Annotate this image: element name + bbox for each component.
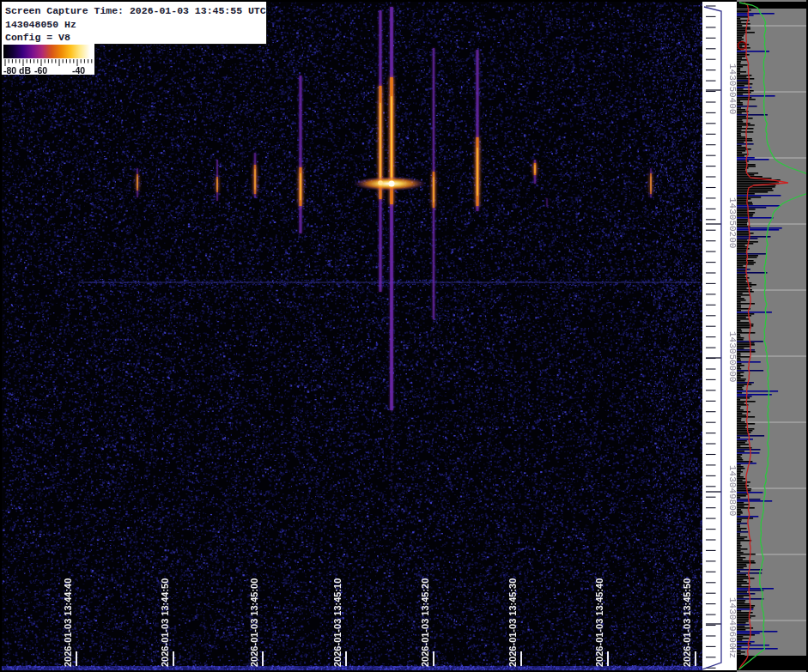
spectrum-panel (737, 0, 806, 672)
colorbar-label-min: -80 dB (3, 65, 31, 76)
colorbar-labels: -80 dB -60 -40 (2, 65, 94, 75)
spectrogram-waterfall (2, 2, 702, 670)
capture-info-panel: Screen Capture Time: 2026-01-03 13:45:55… (2, 2, 267, 45)
capture-time-text: Screen Capture Time: 2026-01-03 13:45:55… (5, 4, 266, 18)
meteor-spectrogram-app: Screen Capture Time: 2026-01-03 13:45:55… (0, 0, 808, 672)
colorbar-label-mid: -60 (34, 65, 47, 76)
colorbar-label-max: -40 (72, 65, 85, 76)
colorbar-legend: -80 dB -60 -40 (2, 43, 94, 75)
capture-frequency-text: 143048050 Hz (5, 18, 266, 32)
colorbar-gradient (3, 45, 90, 58)
